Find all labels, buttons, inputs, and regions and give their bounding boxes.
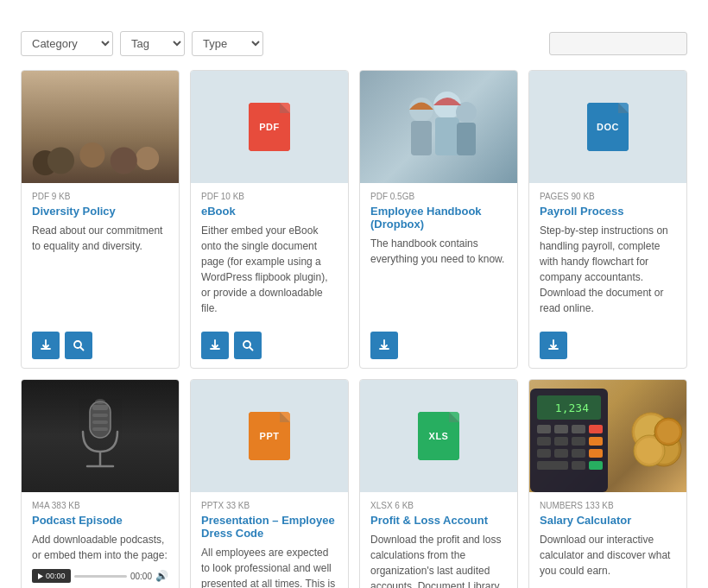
card-meta: PDF 9 KB [32, 192, 168, 201]
file-type-label: XLS [429, 431, 449, 441]
download-button[interactable] [201, 332, 229, 359]
card-thumbnail: DOC [529, 71, 686, 183]
card-thumbnail [22, 71, 179, 183]
card-ebook: PDF PDF 10 KB eBook Either embed your eB… [190, 70, 349, 369]
card-thumbnail: 1,234 [529, 380, 686, 492]
card-salary-calculator: 1,234 [528, 379, 687, 588]
svg-rect-43 [589, 449, 603, 458]
type-filter[interactable]: Type [192, 31, 263, 56]
download-button[interactable] [370, 332, 398, 359]
category-filter[interactable]: Category [21, 31, 113, 56]
svg-rect-39 [589, 437, 603, 446]
card-thumbnail: XLS [360, 380, 517, 492]
card-body: M4A 383 KB Podcast Episode Add downloada… [22, 492, 179, 588]
search-input[interactable] [549, 32, 687, 55]
svg-rect-45 [572, 461, 585, 470]
card-description: Download our interactive calculator and … [540, 532, 676, 588]
card-description: All employees are expected to look profe… [201, 545, 338, 588]
play-button[interactable]: 00:00 [32, 569, 71, 583]
svg-rect-8 [435, 117, 459, 155]
file-icon-container: PDF [249, 103, 290, 151]
card-meta: M4A 383 KB [32, 501, 168, 510]
svg-rect-15 [92, 405, 108, 410]
card-body: PDF 9 KB Diversity Policy Read about our… [22, 183, 179, 325]
svg-rect-35 [589, 425, 603, 433]
card-body: PDF 0.5GB Employee Handbook (Dropbox) Th… [360, 183, 517, 325]
svg-point-0 [74, 341, 81, 348]
card-title[interactable]: Payroll Process [540, 205, 676, 218]
card-thumbnail: PDF [191, 71, 348, 183]
svg-rect-32 [537, 425, 551, 433]
tag-filter[interactable]: Tag [120, 31, 185, 56]
card-thumbnail: PPT [191, 380, 348, 492]
audio-progress[interactable] [74, 575, 127, 578]
svg-rect-18 [92, 427, 108, 431]
audio-player: 00:00 00:00 🔊 [32, 568, 168, 584]
card-description: Step-by-step instructions on handling pa… [540, 223, 676, 316]
svg-rect-16 [92, 414, 108, 417]
svg-point-54 [657, 420, 680, 443]
svg-rect-3 [280, 103, 290, 113]
card-description: Either embed your eBook onto the single … [201, 223, 338, 316]
time-start: 00:00 [46, 572, 66, 580]
card-meta: PDF 10 KB [201, 192, 338, 201]
card-body: PAGES 90 KB Payroll Process Step-by-step… [529, 183, 686, 325]
svg-rect-6 [411, 121, 432, 155]
svg-rect-40 [537, 449, 551, 458]
file-icon-container: XLS [418, 412, 459, 460]
card-title[interactable]: Podcast Episode [32, 514, 168, 527]
svg-rect-42 [572, 449, 585, 458]
card-meta: XLSX 6 KB [370, 501, 507, 510]
card-description: Add downloadable podcasts, or embed them… [32, 532, 168, 588]
card-title[interactable]: Salary Calculator [540, 514, 676, 527]
card-description: Read about our commitment to equality an… [32, 223, 168, 316]
card-body: NUMBERS 133 KB Salary Calculator Downloa… [529, 492, 686, 588]
svg-rect-10 [457, 123, 476, 155]
card-title[interactable]: Diversity Policy [32, 205, 168, 218]
download-button[interactable] [32, 332, 60, 359]
svg-rect-37 [554, 437, 568, 446]
card-body: PPTX 33 KB Presentation – Employee Dress… [191, 492, 348, 588]
file-icon-container: DOC [587, 103, 629, 151]
file-type-label: PDF [259, 122, 280, 132]
svg-rect-38 [572, 437, 585, 446]
card-body: PDF 10 KB eBook Either embed your eBook … [191, 183, 348, 325]
volume-icon: 🔊 [155, 568, 168, 584]
search-button[interactable] [234, 332, 262, 359]
card-payroll-process: DOC PAGES 90 KB Payroll Process Step-by-… [528, 70, 687, 369]
card-meta: PPTX 33 KB [201, 501, 338, 510]
card-actions [22, 325, 179, 368]
svg-rect-34 [572, 425, 585, 433]
card-description: The handbook contains everything you nee… [370, 236, 507, 316]
svg-rect-33 [554, 425, 568, 433]
svg-rect-17 [92, 420, 108, 424]
svg-rect-46 [589, 461, 603, 470]
card-title[interactable]: Employee Handbook (Dropbox) [370, 205, 507, 231]
card-meta: PDF 0.5GB [370, 192, 507, 201]
file-type-label: DOC [597, 122, 619, 132]
download-button[interactable] [540, 332, 567, 359]
card-title[interactable]: Presentation – Employee Dress Code [201, 514, 338, 540]
card-meta: PAGES 90 KB [540, 192, 676, 201]
svg-rect-25 [280, 412, 290, 422]
card-actions [360, 325, 517, 368]
card-podcast-episode: M4A 383 KB Podcast Episode Add downloada… [21, 379, 180, 588]
svg-point-21 [95, 399, 105, 404]
card-presentation-dress-code: PPT PPTX 33 KB Presentation – Employee D… [190, 379, 349, 588]
file-type-label: PPT [260, 431, 280, 441]
search-button[interactable] [65, 332, 92, 359]
card-thumbnail [360, 71, 517, 183]
search-area [544, 32, 687, 55]
card-employee-handbook: PDF 0.5GB Employee Handbook (Dropbox) Th… [359, 70, 518, 369]
svg-text:1,234: 1,234 [555, 401, 589, 414]
card-title[interactable]: Profit & Loss Account [370, 514, 507, 527]
document-grid: PDF 9 KB Diversity Policy Read about our… [21, 70, 687, 588]
card-title[interactable]: eBook [201, 205, 338, 218]
svg-rect-36 [537, 437, 551, 446]
toolbar: Category Tag Type [21, 31, 687, 56]
time-end: 00:00 [130, 570, 152, 583]
card-description: Download the profit and loss calculation… [370, 532, 507, 588]
card-diversity-policy: PDF 9 KB Diversity Policy Read about our… [21, 70, 180, 369]
svg-rect-28 [449, 412, 459, 422]
file-icon-container: PPT [249, 412, 290, 460]
